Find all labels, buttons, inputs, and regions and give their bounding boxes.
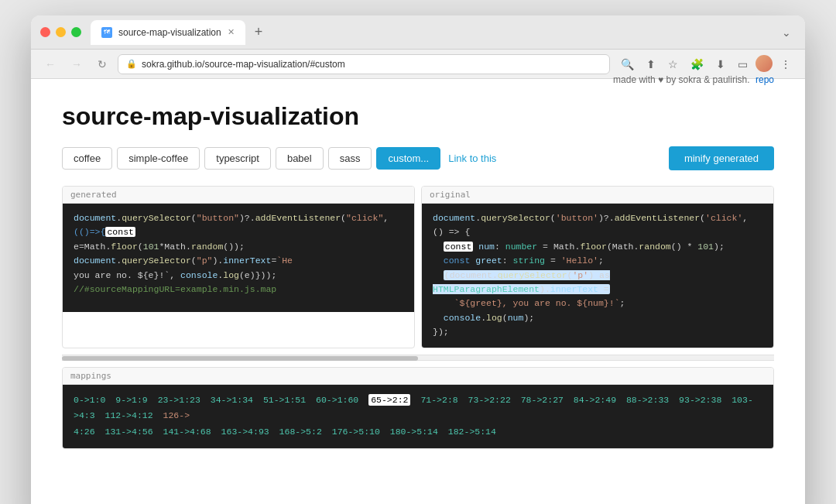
mapping-5[interactable]: 60->1:60 xyxy=(316,395,358,405)
repo-link[interactable]: repo xyxy=(755,74,774,85)
mappings-panel: mappings 0->1:0 9->1:9 23->1:23 34->1:34… xyxy=(62,367,774,449)
tab-simple-coffee[interactable]: simple-coffee xyxy=(117,147,200,170)
tab-bar: 🗺 source-map-visualization ✕ + xyxy=(91,20,777,45)
generated-label: generated xyxy=(63,187,414,204)
mapping-15b[interactable]: 4:26 xyxy=(74,427,95,437)
lock-icon: 🔒 xyxy=(126,59,137,69)
link-to-this[interactable]: Link to this xyxy=(448,153,496,164)
mapping-11[interactable]: 88->2:33 xyxy=(626,395,669,405)
share-icon[interactable]: ⬆ xyxy=(642,55,660,74)
tab-close-icon[interactable]: ✕ xyxy=(228,27,235,37)
generated-panel: generated document.querySelector("button… xyxy=(62,186,415,348)
window-menu-icon[interactable]: ⌄ xyxy=(777,23,796,42)
mapping-16[interactable]: 131->4:56 xyxy=(105,427,153,437)
close-button[interactable] xyxy=(40,27,50,37)
mapping-14[interactable]: 112->4:12 xyxy=(105,410,153,420)
mapping-18[interactable]: 163->4:93 xyxy=(221,427,269,437)
avatar[interactable] xyxy=(755,55,773,72)
mapping-2[interactable]: 23->1:23 xyxy=(158,395,200,405)
reload-button[interactable]: ↻ xyxy=(93,55,111,74)
new-tab-button[interactable]: + xyxy=(250,24,268,40)
mapping-0[interactable]: 0->1:0 xyxy=(74,395,105,405)
tab-custom[interactable]: custom... xyxy=(376,147,440,170)
mapping-21[interactable]: 180->5:14 xyxy=(390,427,438,437)
generated-code[interactable]: document.querySelector("button")?.addEve… xyxy=(63,204,414,312)
tab-typescript[interactable]: typescript xyxy=(204,147,271,170)
tab-sass[interactable]: sass xyxy=(328,147,372,170)
mapping-4[interactable]: 51->1:51 xyxy=(263,395,306,405)
mapping-9[interactable]: 78->2:27 xyxy=(521,395,564,405)
titlebar: 🗺 source-map-visualization ✕ + ⌄ xyxy=(31,15,805,50)
scroll-thumb[interactable] xyxy=(62,356,418,361)
mapping-3[interactable]: 34->1:34 xyxy=(211,395,253,405)
page-title: source-map-visualization xyxy=(62,102,359,131)
mappings-label: mappings xyxy=(63,368,773,385)
original-label: original xyxy=(422,187,773,204)
mapping-17[interactable]: 141->4:68 xyxy=(163,427,211,437)
original-code[interactable]: document.querySelector('button')?.addEve… xyxy=(422,204,773,348)
sidebar-icon[interactable]: ▭ xyxy=(733,55,752,74)
made-with: made with ♥ by sokra & paulirish. repo xyxy=(613,74,774,85)
download-icon[interactable]: ⬇ xyxy=(711,55,730,74)
tab-label: source-map-visualization xyxy=(118,27,221,38)
mapping-20[interactable]: 176->5:10 xyxy=(332,427,380,437)
bottom-space xyxy=(62,455,774,502)
mapping-1[interactable]: 9->1:9 xyxy=(115,395,147,405)
menu-icon[interactable]: ⋮ xyxy=(776,55,796,74)
mapping-6[interactable]: 65->2:2 xyxy=(368,394,410,406)
bookmark-icon[interactable]: ☆ xyxy=(663,55,683,74)
mapping-8[interactable]: 73->2:22 xyxy=(468,395,511,405)
forward-button[interactable]: → xyxy=(67,55,87,74)
minify-generated-button[interactable]: minify generated xyxy=(669,146,774,170)
scroll-track[interactable] xyxy=(62,355,774,361)
tab-coffee[interactable]: coffee xyxy=(62,147,112,170)
maximize-button[interactable] xyxy=(71,27,81,37)
mapping-7[interactable]: 71->2:8 xyxy=(420,395,457,405)
tab-favicon: 🗺 xyxy=(101,27,112,38)
extensions-icon[interactable]: 🧩 xyxy=(686,55,708,74)
address-bar[interactable]: 🔒 sokra.github.io/source-map-visualizati… xyxy=(118,54,610,74)
toolbar: coffee simple-coffee typescript babel sa… xyxy=(62,146,774,170)
active-tab[interactable]: 🗺 source-map-visualization ✕ xyxy=(91,20,245,45)
url-text: sokra.github.io/source-map-visualization… xyxy=(142,59,345,70)
tab-babel[interactable]: babel xyxy=(276,147,324,170)
mapping-15[interactable]: 126-> xyxy=(163,410,190,420)
mapping-22[interactable]: 182->5:14 xyxy=(448,427,496,437)
original-panel: original document.querySelector('button'… xyxy=(421,186,774,348)
nav-actions: 🔍 ⬆ ☆ 🧩 ⬇ ▭ ⋮ xyxy=(616,55,796,74)
traffic-lights xyxy=(40,27,81,37)
search-icon[interactable]: 🔍 xyxy=(616,55,639,74)
browser-window: 🗺 source-map-visualization ✕ + ⌄ ← → ↻ 🔒… xyxy=(31,15,805,504)
mapping-19[interactable]: 168->5:2 xyxy=(279,427,322,437)
code-panels: generated document.querySelector("button… xyxy=(62,186,774,348)
mappings-content[interactable]: 0->1:0 9->1:9 23->1:23 34->1:34 51->1:51… xyxy=(63,385,773,448)
mapping-10[interactable]: 84->2:49 xyxy=(574,395,616,405)
mapping-12[interactable]: 93->2:38 xyxy=(679,395,721,405)
back-button[interactable]: ← xyxy=(40,55,60,74)
minimize-button[interactable] xyxy=(56,27,66,37)
page-content: source-map-visualization made with ♥ by … xyxy=(31,79,805,504)
